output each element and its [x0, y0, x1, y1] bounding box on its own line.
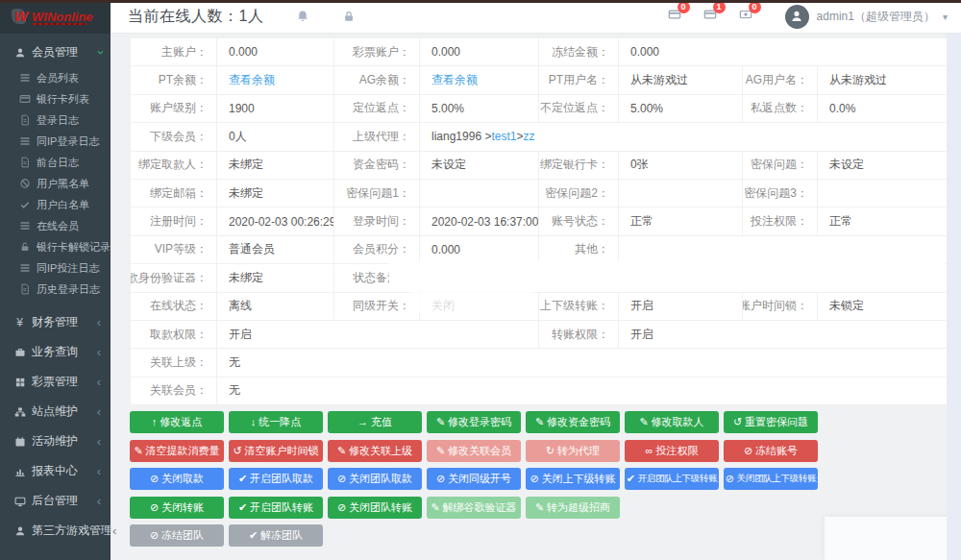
action-button-label: 冻结账号	[755, 444, 798, 458]
action-button[interactable]: ↺重置密保问题	[724, 411, 818, 433]
agent-link[interactable]: zz	[523, 130, 534, 143]
bankcard-notification-icon[interactable]: 0	[667, 8, 682, 21]
action-button[interactable]: ✔解冻团队	[229, 524, 323, 547]
sidebar-item-活动维护[interactable]: 活动维护‹	[0, 426, 111, 456]
sidebar-item-会员管理[interactable]: 会员管理‹	[0, 37, 111, 67]
action-button-label: 修改资金密码	[547, 415, 610, 429]
action-button-label: 关闭取款	[161, 472, 204, 486]
action-button[interactable]: ⊘关闭转账	[130, 497, 224, 519]
action-button[interactable]: ⊘冻结账号	[724, 440, 818, 462]
sidebar-item-报表中心[interactable]: 报表中心‹	[0, 456, 111, 486]
sidebar-subitem-在线会员[interactable]: 在线会员	[0, 215, 111, 236]
scrollbar-track[interactable]	[947, 34, 961, 560]
action-button[interactable]: ✔开启团队上下级转账	[625, 468, 719, 490]
sidebar-item-第三方游戏管理[interactable]: 第三方游戏管理‹	[0, 516, 111, 546]
action-button[interactable]: ✎修改资金密码	[526, 411, 620, 433]
sidebar-item-站点维护[interactable]: 站点维护‹	[0, 397, 111, 426]
field-label: 账号状态：	[539, 207, 619, 235]
sidebar-subitem-前台日志[interactable]: 前台日志	[0, 152, 111, 173]
sitemap-icon	[13, 405, 26, 418]
agent-link[interactable]: test1	[491, 130, 516, 143]
field-label: 账户时间锁：	[743, 293, 818, 321]
sidebar-subitem-同IP投注日志[interactable]: 同IP投注日志	[0, 257, 111, 279]
view-balance-link[interactable]: 查看余额	[229, 72, 275, 88]
sidebar-subitem-登录日志[interactable]: 登录日志	[0, 110, 111, 131]
field-label: 会员积分：	[334, 236, 420, 264]
sidebar-item-财务管理[interactable]: ¥财务管理‹	[0, 307, 111, 337]
agent-text: >	[516, 130, 523, 143]
sidebar-subitem-同IP登录日志[interactable]: 同IP登录日志	[0, 131, 111, 152]
sidebar-subitem-历史登录日志[interactable]: 历史登录日志	[0, 279, 111, 300]
edit-icon: ✎	[337, 446, 346, 456]
sidebar-item-label: 历史登录日志	[37, 282, 111, 297]
action-button[interactable]: ✎解绑谷歌验证器	[427, 497, 521, 519]
action-button[interactable]: ⊘关闭上下级转账	[526, 468, 620, 490]
sidebar-subitem-用户黑名单[interactable]: 用户黑名单	[0, 173, 111, 194]
action-button[interactable]: ⊘关闭团队上下级转账	[724, 468, 818, 490]
field-label: 密保问题2：	[539, 180, 619, 207]
field-value: 0.000	[420, 236, 539, 264]
chevron-left-icon: ‹	[97, 435, 101, 448]
sidebar-item-业务查询[interactable]: 业务查询‹	[0, 337, 111, 367]
action-button[interactable]: ∞投注权限	[625, 440, 719, 462]
bankcard-notification-icon[interactable]: 1	[702, 8, 718, 21]
field-label: 账户级别：	[131, 95, 217, 123]
action-button[interactable]: ↺清空账户时间锁	[229, 440, 323, 462]
action-button[interactable]: ✔开启团队转账	[229, 497, 323, 519]
sidebar-item-label: 会员管理	[32, 44, 97, 61]
field-label: 关联会员：	[131, 377, 217, 405]
header-bar: 当前在线人数：1人 010 admin1（超级管理员） ▾	[111, 0, 961, 34]
field-value: 开启	[619, 293, 743, 321]
field-value: 未绑定	[217, 152, 334, 180]
bell-icon[interactable]	[296, 10, 309, 23]
action-button-label: 转为超级招商	[547, 500, 610, 515]
action-button[interactable]: →充值	[328, 411, 422, 433]
user-menu[interactable]: admin1（超级管理员） ▾	[785, 5, 948, 29]
sidebar-subitem-用户白名单[interactable]: 用户白名单	[0, 194, 111, 215]
action-button[interactable]: ✔开启团队取款	[229, 468, 323, 490]
action-button[interactable]: ⊘关闭同级开号	[427, 468, 521, 490]
field-value: 未设定	[420, 152, 539, 180]
money-notification-icon[interactable]: 0	[738, 8, 753, 21]
action-button[interactable]: ✎清空提款消费量	[130, 440, 224, 462]
action-button[interactable]: ⊘关闭取款	[130, 468, 224, 490]
user-icon	[13, 524, 26, 537]
check-icon: ✔	[627, 474, 635, 484]
action-button-label: 修改登录密码	[448, 415, 511, 429]
action-button[interactable]: ⊘冻结团队	[130, 524, 224, 547]
lock-icon[interactable]	[342, 10, 356, 23]
sidebar-item-后台管理[interactable]: 后台管理‹	[0, 486, 111, 516]
field-value: 5.00%	[420, 95, 539, 123]
field-value: 正常	[619, 207, 743, 235]
action-button[interactable]: ✎修改登录密码	[427, 411, 521, 433]
field-label: 私返点数：	[743, 95, 818, 123]
button-row: ⊘关闭转账✔开启团队转账⊘关闭团队转账✎解绑谷歌验证器✎转为超级招商	[130, 497, 956, 519]
action-button[interactable]: ⊘关闭团队转账	[328, 497, 422, 519]
action-button[interactable]: ✎修改关联上级	[328, 440, 422, 462]
sidebar-subitem-银行卡解锁记录[interactable]: 银行卡解锁记录	[0, 236, 111, 257]
window-top-border	[0, 0, 961, 3]
action-button[interactable]: ↑修改返点	[130, 411, 224, 433]
signin-icon: →	[357, 417, 368, 427]
action-button-label: 投注权限	[655, 444, 698, 458]
action-button[interactable]: ✎修改关联会员	[427, 440, 521, 462]
sidebar-item-label: 用户白名单	[37, 198, 111, 212]
action-button-label: 关闭转账	[161, 500, 204, 515]
action-button[interactable]: ✎转为超级招商	[526, 497, 620, 519]
action-button[interactable]: ↓统一降点	[229, 411, 323, 433]
sidebar-subitem-银行卡列表[interactable]: 银行卡列表	[0, 88, 111, 110]
sidebar-subitem-会员列表[interactable]: 会员列表	[0, 67, 111, 88]
action-button[interactable]: ↻转为代理	[526, 440, 620, 462]
view-balance-link[interactable]: 查看余额	[431, 72, 478, 88]
logo[interactable]: W WINonline	[0, 0, 111, 34]
sidebar-item-label: 银行卡列表	[37, 92, 111, 107]
sidebar-item-label: 第三方游戏管理	[32, 523, 112, 539]
sidebar-item-label: 财务管理	[32, 314, 97, 330]
chevron-left-icon: ‹	[97, 405, 101, 418]
sidebar: W WINonline 会员管理‹会员列表银行卡列表登录日志同IP登录日志前台日…	[0, 0, 111, 560]
action-button[interactable]: ⊘关闭团队取款	[328, 468, 422, 490]
action-button-label: 开启团队上下级转账	[638, 473, 718, 485]
sidebar-item-彩票管理[interactable]: 彩票管理‹	[0, 367, 111, 397]
field-value: 0.000	[217, 38, 334, 66]
action-button[interactable]: ✎修改取款人	[625, 411, 719, 433]
